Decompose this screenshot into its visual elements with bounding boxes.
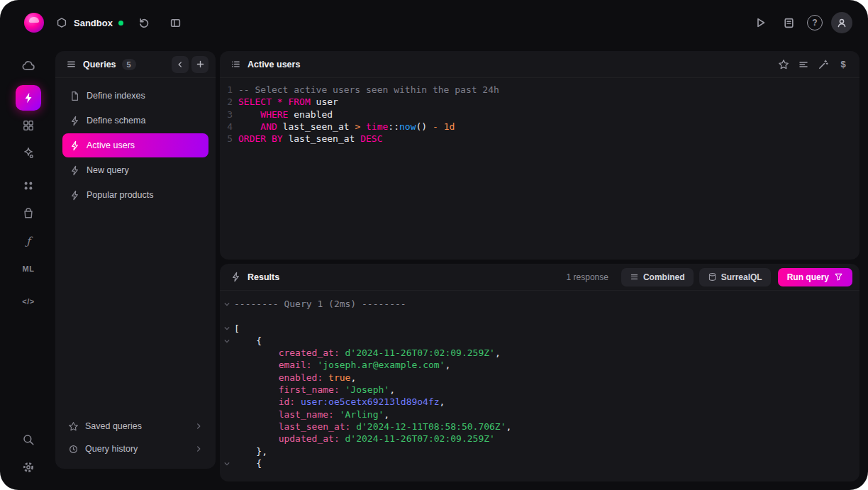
plus-icon [196, 60, 205, 69]
status-dot [118, 21, 123, 26]
sidebar-cloud[interactable] [16, 52, 41, 78]
lightning-icon [69, 140, 80, 151]
run-query-button[interactable]: Run query [778, 268, 852, 286]
surrealql-view-button[interactable]: SurrealQL [699, 268, 771, 286]
documentation-button[interactable] [779, 13, 799, 33]
gear-icon [22, 461, 35, 474]
sidebar-query[interactable] [16, 85, 41, 111]
play-button[interactable] [750, 13, 770, 33]
variables-button[interactable]: $ [834, 55, 852, 74]
combined-label: Combined [643, 272, 685, 282]
help-glyph: ? [812, 18, 817, 28]
queries-panel-header: Queries 5 [55, 51, 216, 78]
instance-name: Sandbox [74, 18, 113, 28]
layout-toggle-button[interactable] [166, 13, 186, 33]
refresh-button[interactable] [135, 13, 155, 33]
sidebar-search[interactable] [16, 427, 41, 452]
bag-icon [22, 207, 35, 220]
query-item-new-query[interactable]: New query [62, 158, 208, 182]
assist-button[interactable] [814, 55, 833, 74]
saved-queries-item[interactable]: Saved queries [62, 415, 208, 438]
sparkle-icon [22, 147, 35, 160]
app-body: ƒ ML </> [0, 45, 868, 490]
magic-wand-icon [818, 59, 829, 70]
help-button[interactable]: ? [807, 15, 823, 30]
query-item-define-schema[interactable]: Define schema [62, 108, 208, 133]
code-line: 4 AND last_seen_at > time::now() - 1d [220, 121, 859, 133]
combined-icon [630, 272, 639, 282]
chevron-right-icon [194, 422, 203, 430]
queries-panel: Queries 5 Define indexes [55, 51, 216, 469]
sidebar-functions[interactable]: ƒ [16, 228, 41, 254]
sidebar-explorer[interactable] [16, 113, 41, 138]
account-button[interactable] [831, 12, 852, 33]
results-output: -------- Query 1 (2ms) -------- [ { crea… [220, 291, 859, 469]
query-editor[interactable]: 1-- Select active users seen within the … [220, 78, 859, 145]
dots-icon [22, 179, 35, 192]
queries-panel-footer: Saved queries Query history [55, 411, 216, 469]
query-editor-panel: Active users $ [220, 51, 859, 260]
query-history-label: Query history [85, 444, 138, 454]
lines-icon [798, 59, 809, 70]
saved-queries-label: Saved queries [85, 421, 142, 431]
lightning-icon [69, 190, 80, 201]
list-icon[interactable] [65, 58, 77, 71]
user-icon [836, 17, 847, 28]
sandbox-hexagon-icon [55, 16, 68, 29]
query-item-label: Popular products [87, 190, 154, 200]
code-line: [ [220, 323, 859, 335]
new-query-button[interactable] [191, 56, 208, 73]
star-icon [68, 421, 79, 432]
code-line: created_at: d'2024-11-26T07:02:09.259Z', [220, 347, 859, 359]
query-item-label: Define indexes [87, 91, 145, 101]
query-item-label: New query [87, 165, 129, 175]
favorite-button[interactable] [774, 55, 793, 74]
surrealql-label: SurrealQL [721, 272, 762, 282]
lightning-icon [69, 116, 80, 126]
app-logo[interactable] [24, 13, 44, 33]
sidebar-models[interactable]: ML [16, 256, 41, 282]
funnel-icon [834, 272, 843, 282]
collapse-chevron-icon[interactable] [220, 335, 234, 347]
query-history-item[interactable]: Query history [62, 438, 208, 460]
code-line: 2SELECT * FROM user [220, 96, 859, 108]
sidebar-designer[interactable] [16, 140, 41, 166]
dollar-icon: $ [840, 59, 845, 69]
search-icon [22, 433, 35, 446]
functions-icon: ƒ [26, 235, 30, 247]
collapse-chevron-icon[interactable] [220, 298, 234, 310]
collapse-chevron-icon[interactable] [220, 323, 234, 335]
sidebar-authentication[interactable] [16, 201, 41, 226]
sidebar-api-docs[interactable]: </> [16, 289, 41, 314]
code-line: id: user:oe5cetx69213ld89o4fz, [220, 396, 859, 408]
code-line: }, [220, 445, 859, 457]
topbar: Sandbox ? [0, 0, 868, 45]
code-line: 3 WHERE enabled [220, 108, 859, 121]
instance-selector[interactable]: Sandbox [55, 16, 123, 29]
sidebar-settings[interactable] [16, 455, 41, 480]
editor-title: Active users [247, 60, 300, 69]
lightning-icon [69, 165, 80, 176]
queries-count-badge: 5 [122, 59, 136, 70]
query-item-active-users[interactable]: Active users [62, 133, 208, 157]
history-icon [68, 444, 79, 455]
main-area: Active users $ [220, 51, 859, 481]
run-query-label: Run query [787, 272, 829, 282]
star-icon [778, 59, 789, 70]
collapse-chevron-icon[interactable] [220, 457, 234, 469]
query-item-define-indexes[interactable]: Define indexes [62, 84, 208, 108]
combined-view-button[interactable]: Combined [621, 268, 694, 286]
code-line: last_name: 'Arling', [220, 408, 859, 421]
collapse-panel-button[interactable] [172, 56, 189, 73]
sidebar-graphql[interactable] [16, 173, 41, 199]
editor-header: Active users $ [220, 51, 859, 78]
query-item-popular-products[interactable]: Popular products [62, 183, 208, 207]
format-button[interactable] [794, 55, 813, 74]
query-tab-icon [229, 58, 242, 71]
code-line: enabled: true, [220, 372, 859, 384]
app-window: Sandbox ? [0, 0, 868, 490]
results-panel: Results 1 response Combined [220, 264, 859, 481]
code-line: last_seen_at: d'2024-12-11T08:58:50.706Z… [220, 421, 859, 433]
query-list: Define indexes Define schema Active user… [55, 78, 216, 208]
query-item-label: Define schema [87, 116, 145, 126]
